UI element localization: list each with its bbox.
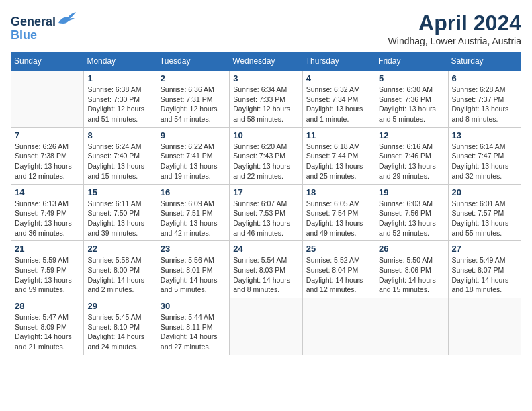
day-number: 12 (379, 130, 444, 140)
day-info: Sunrise: 6:07 AMSunset: 7:53 PMDaylight:… (233, 199, 298, 238)
calendar-cell (302, 298, 375, 355)
day-number: 4 (306, 73, 371, 83)
calendar-cell: 29Sunrise: 5:45 AMSunset: 8:10 PMDayligh… (84, 298, 157, 355)
calendar-header-row: SundayMondayTuesdayWednesdayThursdayFrid… (11, 52, 521, 71)
weekday-header-thursday: Thursday (302, 52, 375, 71)
day-number: 27 (452, 244, 517, 254)
day-number: 30 (161, 301, 226, 311)
day-info: Sunrise: 5:44 AMSunset: 8:11 PMDaylight:… (161, 312, 226, 352)
calendar-cell: 25Sunrise: 5:52 AMSunset: 8:04 PMDayligh… (302, 241, 375, 298)
calendar-cell: 4Sunrise: 6:32 AMSunset: 7:34 PMDaylight… (302, 71, 375, 128)
calendar-cell: 17Sunrise: 6:07 AMSunset: 7:53 PMDayligh… (230, 184, 302, 241)
day-number: 28 (15, 301, 80, 311)
calendar-cell (448, 298, 521, 355)
calendar-cell: 20Sunrise: 6:01 AMSunset: 7:57 PMDayligh… (448, 184, 521, 241)
calendar-cell: 5Sunrise: 6:30 AMSunset: 7:36 PMDaylight… (375, 71, 448, 128)
calendar-cell: 24Sunrise: 5:54 AMSunset: 8:03 PMDayligh… (230, 241, 302, 298)
day-number: 13 (452, 130, 517, 140)
day-number: 2 (161, 73, 226, 83)
calendar-cell: 30Sunrise: 5:44 AMSunset: 8:11 PMDayligh… (157, 298, 229, 355)
day-number: 21 (15, 244, 80, 254)
day-number: 11 (306, 130, 371, 140)
day-info: Sunrise: 6:16 AMSunset: 7:46 PMDaylight:… (379, 142, 444, 181)
day-number: 8 (87, 130, 152, 140)
day-info: Sunrise: 6:22 AMSunset: 7:41 PMDaylight:… (161, 142, 226, 181)
day-info: Sunrise: 6:30 AMSunset: 7:36 PMDaylight:… (379, 85, 444, 124)
calendar-cell: 15Sunrise: 6:11 AMSunset: 7:50 PMDayligh… (84, 184, 157, 241)
day-number: 9 (161, 130, 226, 140)
day-info: Sunrise: 6:20 AMSunset: 7:43 PMDaylight:… (233, 142, 298, 181)
day-number: 3 (233, 73, 298, 83)
day-info: Sunrise: 5:49 AMSunset: 8:07 PMDaylight:… (452, 255, 517, 295)
day-info: Sunrise: 6:14 AMSunset: 7:47 PMDaylight:… (452, 142, 517, 181)
day-info: Sunrise: 6:36 AMSunset: 7:31 PMDaylight:… (161, 85, 226, 124)
month-title: April 2024 (388, 11, 521, 36)
day-info: Sunrise: 5:59 AMSunset: 7:59 PMDaylight:… (15, 255, 80, 295)
day-info: Sunrise: 6:32 AMSunset: 7:34 PMDaylight:… (306, 85, 371, 124)
day-info: Sunrise: 6:24 AMSunset: 7:40 PMDaylight:… (87, 142, 152, 181)
calendar-cell: 2Sunrise: 6:36 AMSunset: 7:31 PMDaylight… (157, 71, 229, 128)
day-number: 24 (233, 244, 298, 254)
calendar-week-row: 14Sunrise: 6:13 AMSunset: 7:49 PMDayligh… (11, 184, 521, 241)
day-info: Sunrise: 6:26 AMSunset: 7:38 PMDaylight:… (15, 142, 80, 181)
day-info: Sunrise: 5:45 AMSunset: 8:10 PMDaylight:… (87, 312, 152, 352)
calendar-cell (11, 71, 84, 128)
logo-bird-icon (57, 11, 76, 26)
calendar-cell: 11Sunrise: 6:18 AMSunset: 7:44 PMDayligh… (302, 127, 375, 184)
day-info: Sunrise: 5:47 AMSunset: 8:09 PMDaylight:… (15, 312, 80, 352)
calendar-cell: 1Sunrise: 6:38 AMSunset: 7:30 PMDaylight… (84, 71, 157, 128)
day-number: 15 (87, 187, 152, 197)
day-info: Sunrise: 6:28 AMSunset: 7:37 PMDaylight:… (452, 85, 517, 124)
logo: General Blue (11, 11, 76, 42)
calendar-cell: 13Sunrise: 6:14 AMSunset: 7:47 PMDayligh… (448, 127, 521, 184)
day-info: Sunrise: 6:34 AMSunset: 7:33 PMDaylight:… (233, 85, 298, 124)
calendar-cell: 16Sunrise: 6:09 AMSunset: 7:51 PMDayligh… (157, 184, 229, 241)
day-number: 17 (233, 187, 298, 197)
calendar-cell: 18Sunrise: 6:05 AMSunset: 7:54 PMDayligh… (302, 184, 375, 241)
day-info: Sunrise: 5:56 AMSunset: 8:01 PMDaylight:… (161, 255, 226, 295)
day-info: Sunrise: 5:58 AMSunset: 8:00 PMDaylight:… (87, 255, 152, 295)
calendar-cell: 9Sunrise: 6:22 AMSunset: 7:41 PMDaylight… (157, 127, 229, 184)
calendar-cell: 8Sunrise: 6:24 AMSunset: 7:40 PMDaylight… (84, 127, 157, 184)
day-number: 25 (306, 244, 371, 254)
calendar-cell: 3Sunrise: 6:34 AMSunset: 7:33 PMDaylight… (230, 71, 302, 128)
weekday-header-tuesday: Tuesday (157, 52, 229, 71)
calendar-cell: 6Sunrise: 6:28 AMSunset: 7:37 PMDaylight… (448, 71, 521, 128)
calendar-cell: 27Sunrise: 5:49 AMSunset: 8:07 PMDayligh… (448, 241, 521, 298)
calendar-cell: 14Sunrise: 6:13 AMSunset: 7:49 PMDayligh… (11, 184, 84, 241)
day-number: 10 (233, 130, 298, 140)
logo-text: General (11, 11, 76, 29)
day-info: Sunrise: 6:13 AMSunset: 7:49 PMDaylight:… (15, 199, 80, 238)
day-info: Sunrise: 5:54 AMSunset: 8:03 PMDaylight:… (233, 255, 298, 295)
calendar-cell: 10Sunrise: 6:20 AMSunset: 7:43 PMDayligh… (230, 127, 302, 184)
day-info: Sunrise: 6:09 AMSunset: 7:51 PMDaylight:… (161, 199, 226, 238)
calendar-cell: 23Sunrise: 5:56 AMSunset: 8:01 PMDayligh… (157, 241, 229, 298)
day-number: 16 (161, 187, 226, 197)
day-number: 22 (87, 244, 152, 254)
calendar-week-row: 28Sunrise: 5:47 AMSunset: 8:09 PMDayligh… (11, 298, 521, 355)
day-number: 20 (452, 187, 517, 197)
day-number: 18 (306, 187, 371, 197)
weekday-header-friday: Friday (375, 52, 448, 71)
day-number: 6 (452, 73, 517, 83)
weekday-header-monday: Monday (84, 52, 157, 71)
calendar-table: SundayMondayTuesdayWednesdayThursdayFrid… (11, 52, 521, 355)
calendar-week-row: 7Sunrise: 6:26 AMSunset: 7:38 PMDaylight… (11, 127, 521, 184)
calendar-cell (230, 298, 302, 355)
day-number: 29 (87, 301, 152, 311)
title-block: April 2024 Windhag, Lower Austria, Austr… (388, 11, 521, 46)
weekday-header-saturday: Saturday (448, 52, 521, 71)
calendar-cell (375, 298, 448, 355)
weekday-header-wednesday: Wednesday (230, 52, 302, 71)
calendar-week-row: 21Sunrise: 5:59 AMSunset: 7:59 PMDayligh… (11, 241, 521, 298)
calendar-cell: 21Sunrise: 5:59 AMSunset: 7:59 PMDayligh… (11, 241, 84, 298)
day-number: 19 (379, 187, 444, 197)
day-number: 14 (15, 187, 80, 197)
day-number: 7 (15, 130, 80, 140)
location: Windhag, Lower Austria, Austria (388, 36, 521, 46)
page-header: General Blue April 2024 Windhag, Lower A… (11, 11, 521, 46)
day-number: 5 (379, 73, 444, 83)
day-number: 1 (87, 73, 152, 83)
day-info: Sunrise: 6:01 AMSunset: 7:57 PMDaylight:… (452, 199, 517, 238)
day-info: Sunrise: 6:11 AMSunset: 7:50 PMDaylight:… (87, 199, 152, 238)
